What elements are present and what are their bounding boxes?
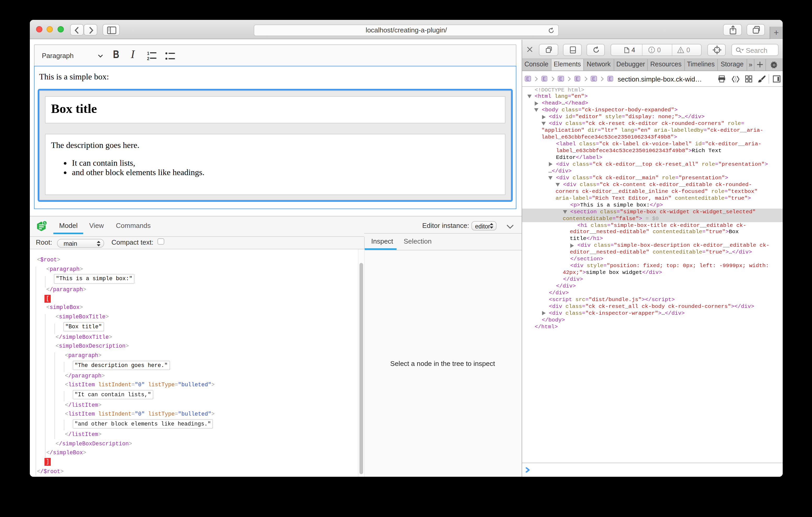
svg-text:2: 2: [147, 56, 149, 60]
svg-text:1: 1: [147, 52, 149, 55]
svg-text:5: 5: [44, 221, 46, 225]
